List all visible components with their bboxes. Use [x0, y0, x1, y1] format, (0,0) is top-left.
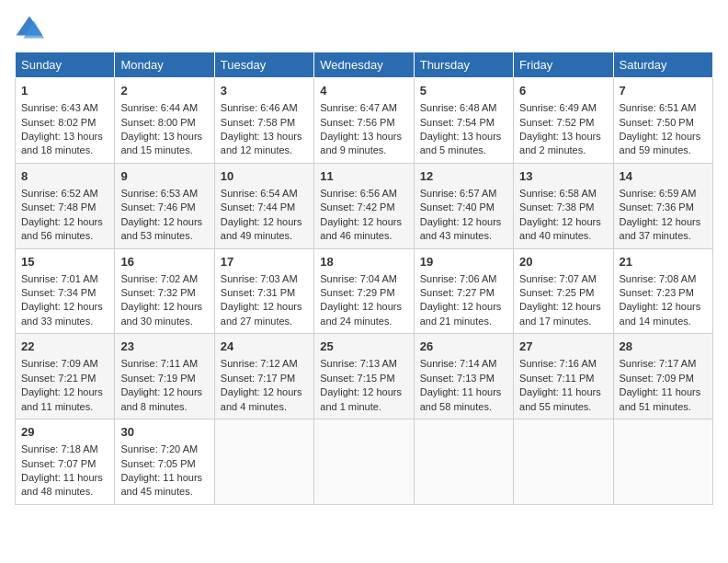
cell-info-line: Daylight: 13 hours and 18 minutes.: [21, 131, 103, 155]
day-number: 21: [620, 254, 707, 270]
cell-info-line: Daylight: 12 hours and 53 minutes.: [120, 216, 202, 241]
cell-info-line: Sunset: 7:58 PM: [221, 117, 295, 128]
cell-info-line: Sunrise: 6:43 AM: [21, 102, 98, 113]
calendar-cell: 8Sunrise: 6:52 AMSunset: 7:48 PMDaylight…: [16, 163, 115, 248]
cell-info-line: Sunrise: 6:52 AM: [21, 188, 98, 199]
cell-info-line: Sunrise: 6:54 AM: [221, 188, 298, 199]
calendar-cell: 29Sunrise: 7:18 AMSunset: 7:07 PMDayligh…: [16, 419, 115, 505]
calendar-cell: 26Sunrise: 7:14 AMSunset: 7:13 PMDayligh…: [414, 334, 513, 419]
cell-info-line: Daylight: 11 hours and 55 minutes.: [519, 386, 601, 411]
cell-info-line: Sunset: 7:21 PM: [21, 373, 96, 384]
day-number: 29: [21, 424, 108, 441]
cell-info-line: Sunset: 8:00 PM: [120, 117, 195, 128]
header-monday: Monday: [115, 52, 214, 78]
cell-info-line: Sunrise: 6:59 AM: [620, 188, 697, 199]
cell-info-line: Sunset: 7:31 PM: [221, 287, 295, 298]
day-number: 19: [420, 254, 507, 270]
cell-info-line: Daylight: 12 hours and 59 minutes.: [620, 131, 701, 155]
calendar-cell: 16Sunrise: 7:02 AMSunset: 7:32 PMDayligh…: [115, 248, 214, 334]
cell-info-line: Daylight: 12 hours and 37 minutes.: [620, 216, 701, 241]
calendar-cell: 7Sunrise: 6:51 AMSunset: 7:50 PMDaylight…: [613, 78, 712, 164]
day-number: 22: [21, 339, 108, 355]
day-number: 3: [221, 83, 308, 99]
cell-info-line: Daylight: 12 hours and 49 minutes.: [221, 216, 302, 241]
cell-info-line: Sunrise: 7:06 AM: [420, 273, 497, 284]
calendar-cell: 9Sunrise: 6:53 AMSunset: 7:46 PMDaylight…: [115, 163, 214, 248]
calendar-cell: 17Sunrise: 7:03 AMSunset: 7:31 PMDayligh…: [214, 248, 313, 334]
cell-info-line: Daylight: 12 hours and 14 minutes.: [620, 301, 701, 326]
cell-info-line: Sunrise: 6:49 AM: [519, 102, 597, 113]
calendar-cell: [514, 419, 613, 505]
cell-info-line: Sunset: 7:46 PM: [120, 201, 195, 213]
cell-info-line: Sunrise: 7:17 AM: [620, 358, 697, 369]
day-headers-row: Sunday Monday Tuesday Wednesday Thursday…: [16, 52, 713, 78]
day-number: 5: [420, 83, 507, 99]
logo-icon: [15, 15, 44, 40]
day-number: 26: [420, 339, 507, 355]
cell-info-line: Sunset: 7:56 PM: [320, 117, 394, 128]
cell-info-line: Sunset: 7:34 PM: [21, 287, 96, 298]
day-number: 10: [221, 168, 308, 185]
calendar-cell: 13Sunrise: 6:58 AMSunset: 7:38 PMDayligh…: [514, 163, 613, 248]
calendar-cell: 1Sunrise: 6:43 AMSunset: 8:02 PMDaylight…: [16, 78, 115, 164]
day-number: 23: [120, 339, 208, 355]
cell-info-line: Sunrise: 6:48 AM: [420, 102, 497, 113]
calendar-table: Sunday Monday Tuesday Wednesday Thursday…: [15, 52, 713, 505]
cell-info-line: Daylight: 11 hours and 58 minutes.: [420, 386, 502, 411]
cell-info-line: Sunrise: 7:20 AM: [120, 443, 198, 454]
calendar-cell: 10Sunrise: 6:54 AMSunset: 7:44 PMDayligh…: [214, 163, 313, 248]
calendar-cell: 19Sunrise: 7:06 AMSunset: 7:27 PMDayligh…: [414, 248, 513, 334]
cell-info-line: Sunset: 7:38 PM: [519, 201, 594, 213]
cell-info-line: Sunset: 7:09 PM: [620, 373, 694, 384]
cell-info-line: Sunrise: 6:44 AM: [120, 102, 198, 113]
cell-info-line: Sunset: 7:42 PM: [320, 201, 394, 213]
day-number: 8: [21, 168, 108, 185]
calendar-cell: 30Sunrise: 7:20 AMSunset: 7:05 PMDayligh…: [115, 419, 214, 505]
cell-info-line: Sunset: 7:54 PM: [420, 117, 495, 128]
cell-info-line: Daylight: 11 hours and 48 minutes.: [21, 472, 103, 497]
cell-info-line: Daylight: 12 hours and 11 minutes.: [21, 386, 103, 411]
calendar-cell: 27Sunrise: 7:16 AMSunset: 7:11 PMDayligh…: [514, 334, 613, 419]
cell-info-line: Daylight: 12 hours and 46 minutes.: [320, 216, 402, 241]
cell-info-line: Sunset: 7:40 PM: [420, 201, 495, 213]
page-header: [15, 15, 713, 40]
day-number: 14: [620, 168, 707, 185]
header-friday: Friday: [514, 52, 613, 78]
calendar-cell: 4Sunrise: 6:47 AMSunset: 7:56 PMDaylight…: [314, 78, 414, 164]
day-number: 11: [320, 168, 407, 185]
calendar-cell: 2Sunrise: 6:44 AMSunset: 8:00 PMDaylight…: [115, 78, 214, 164]
day-number: 27: [519, 339, 607, 355]
day-number: 24: [221, 339, 308, 355]
cell-info-line: Sunrise: 7:09 AM: [21, 358, 98, 369]
cell-info-line: Sunrise: 6:47 AM: [320, 102, 397, 113]
cell-info-line: Daylight: 12 hours and 33 minutes.: [21, 301, 103, 326]
cell-info-line: Sunset: 7:07 PM: [21, 458, 96, 469]
cell-info-line: Sunset: 7:11 PM: [519, 373, 594, 384]
header-wednesday: Wednesday: [314, 52, 414, 78]
cell-info-line: Daylight: 12 hours and 40 minutes.: [519, 216, 601, 241]
cell-info-line: Sunset: 7:36 PM: [620, 201, 694, 213]
cell-info-line: Sunrise: 7:11 AM: [120, 358, 198, 369]
cell-info-line: Daylight: 12 hours and 56 minutes.: [21, 216, 103, 241]
header-saturday: Saturday: [613, 52, 712, 78]
cell-info-line: Sunset: 7:32 PM: [120, 287, 195, 298]
calendar-cell: 6Sunrise: 6:49 AMSunset: 7:52 PMDaylight…: [514, 78, 613, 164]
cell-info-line: Sunrise: 6:46 AM: [221, 102, 298, 113]
calendar-cell: 28Sunrise: 7:17 AMSunset: 7:09 PMDayligh…: [613, 334, 712, 419]
cell-info-line: Sunset: 7:15 PM: [320, 373, 394, 384]
calendar-cell: 18Sunrise: 7:04 AMSunset: 7:29 PMDayligh…: [314, 248, 414, 334]
cell-info-line: Sunset: 7:50 PM: [620, 117, 694, 128]
calendar-week-row: 1Sunrise: 6:43 AMSunset: 8:02 PMDaylight…: [16, 78, 713, 164]
cell-info-line: Sunrise: 7:04 AM: [320, 273, 397, 284]
calendar-cell: [613, 419, 712, 505]
cell-info-line: Daylight: 13 hours and 5 minutes.: [420, 131, 502, 155]
cell-info-line: Sunrise: 7:16 AM: [519, 358, 597, 369]
cell-info-line: Sunset: 7:23 PM: [620, 287, 694, 298]
cell-info-line: Daylight: 13 hours and 2 minutes.: [519, 131, 601, 155]
day-number: 9: [120, 168, 208, 185]
cell-info-line: Sunrise: 6:57 AM: [420, 188, 497, 199]
calendar-cell: 11Sunrise: 6:56 AMSunset: 7:42 PMDayligh…: [314, 163, 414, 248]
cell-info-line: Sunrise: 7:02 AM: [120, 273, 198, 284]
calendar-cell: 14Sunrise: 6:59 AMSunset: 7:36 PMDayligh…: [613, 163, 712, 248]
day-number: 30: [120, 424, 208, 441]
